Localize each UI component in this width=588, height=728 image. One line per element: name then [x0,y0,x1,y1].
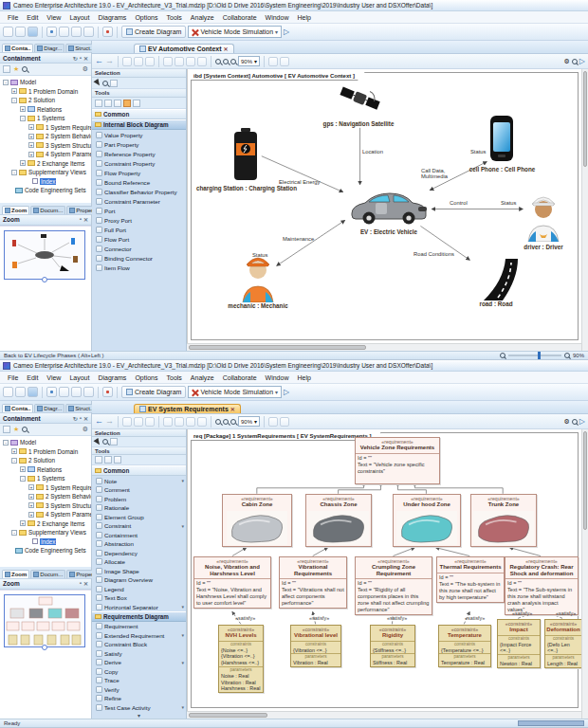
toolbar-icon[interactable] [197,417,207,427]
palette-scroll-down-icon[interactable]: ▾ [92,712,186,719]
tree-item[interactable]: - Model [0,438,91,447]
palette-item[interactable]: Horizontal Separator ▾ [92,602,186,611]
palette-item[interactable]: Full Port [92,225,186,234]
favorites-icon[interactable]: ★ [13,426,19,433]
tree-item[interactable]: + 3 System Structure [0,501,91,511]
search-icon[interactable] [22,66,28,72]
zoom-slider-thumb[interactable] [538,352,541,359]
new-project-icon[interactable] [3,387,13,397]
diagram-canvas-requirements[interactable]: req [Package] 1 SystemRequirements [ EV … [187,429,581,711]
tree-expander-icon[interactable]: - [11,530,17,536]
toolbar-icon[interactable] [175,57,184,66]
copy-icon[interactable] [59,27,69,37]
palette-item[interactable]: Trace [92,676,186,685]
new-project-icon[interactable] [3,27,13,37]
palette-item[interactable]: Derive ▾ [92,658,186,667]
tree-item[interactable]: + 1 System Requirements [0,123,91,133]
palette-item[interactable]: Rationale [92,503,186,513]
palette-item[interactable]: Constraint ▾ [92,521,186,531]
tree-expander-icon[interactable]: + [11,448,17,454]
vertical-scrollbar[interactable] [581,429,588,719]
tree-item[interactable]: + 1 System Requirements [0,483,91,493]
palette-item[interactable]: Diagram Overview [92,575,186,585]
zoom-selection-rect[interactable] [4,594,85,647]
magnifier-tool-icon[interactable] [102,439,108,445]
palette-item[interactable]: Constraint Block [92,640,186,649]
save-icon[interactable] [28,387,38,397]
save-icon[interactable] [28,27,38,37]
zoom-thumbnail-panel[interactable] [0,590,91,719]
menu-item[interactable]: Options [131,13,161,22]
tree-expander-icon[interactable]: + [28,494,34,500]
panel-tab[interactable]: Diagr... [34,44,64,52]
pin-icon[interactable]: ▪ [80,580,82,587]
menu-item[interactable]: Window [262,373,293,382]
zoom-in-icon[interactable] [215,419,221,425]
marquee-tool-icon[interactable] [110,438,118,446]
palette-item[interactable]: Reference Property [92,149,186,158]
menu-item[interactable]: Tools [163,13,186,22]
tree-expander-icon[interactable]: + [20,520,26,526]
menu-item[interactable]: Help [293,13,314,22]
tree-item[interactable]: - Supplementary Views [0,528,91,537]
sticky-tool-icon[interactable] [95,456,102,464]
tree-item[interactable]: + 4 System Parameters [0,150,91,159]
tab-ev-automotive-context[interactable]: EV Automotive Context ✕ [134,44,234,53]
active-tool-icon[interactable] [123,100,131,107]
simulation-combo[interactable]: Vehicle Mode Simulation ▾ [188,386,282,398]
toolbar-icon[interactable] [175,417,184,427]
toolbar-icon[interactable] [163,57,173,66]
tree-expander-icon[interactable]: + [28,142,34,148]
toolbar-icon[interactable] [145,57,155,66]
tree-expander-icon[interactable]: - [11,458,17,464]
refresh-icon[interactable]: ↻ [73,55,78,62]
palette-item[interactable]: Bound Reference [92,177,186,187]
palette-item[interactable]: Copy [92,666,186,676]
toolbar-icon[interactable] [268,57,278,66]
menu-item[interactable]: Diagrams [94,13,130,22]
tree-item[interactable]: - 1 Systems [0,114,91,123]
palette-item[interactable]: Proxy Port [92,215,186,225]
zoom-slider[interactable] [508,355,561,356]
tree-expander-icon[interactable]: + [20,106,26,112]
menu-item[interactable]: Analyze [187,373,218,382]
zoom-fit-icon[interactable] [230,59,236,64]
toolbar-icon[interactable] [145,417,155,427]
palette-item[interactable]: Element Group [92,512,186,521]
menu-item[interactable]: Options [131,373,161,382]
tree-item[interactable]: - 2 Solution [0,456,91,465]
palette-item[interactable]: Value Property [92,130,186,139]
scrollbar-thumb[interactable] [583,431,587,530]
toolbar-icon[interactable] [134,417,143,427]
scrollbar-thumb[interactable] [583,71,587,167]
palette-item[interactable]: Allocate [92,557,186,567]
close-icon[interactable]: ✕ [83,216,88,223]
sticky-tool-icon[interactable] [95,100,102,107]
layout-tool-icon[interactable] [133,100,140,107]
gear-icon[interactable]: ⚙ [564,58,570,65]
gear-icon[interactable]: ⚙ [83,426,88,433]
menu-item[interactable]: Collaborate [219,373,261,382]
forward-icon[interactable]: → [105,417,114,426]
close-tab-icon[interactable]: ✕ [230,406,235,412]
marquee-tool-icon[interactable] [110,80,118,87]
requirement-zone-box[interactable]: «requirement»Chassis Zone [305,494,372,547]
constraint-box[interactable]: «constraint»Vibrational level constraint… [290,625,341,667]
cut-icon[interactable] [46,27,57,37]
palette-section-header[interactable]: Requirements Diagram [92,611,186,622]
palette-item[interactable]: Item Flow [92,263,186,272]
zoom-level-combo[interactable]: 90%▾ [238,416,260,427]
run-simulation-icon[interactable]: ▷ [284,28,289,36]
tree-item[interactable]: + 4 System Parameters [0,510,91,519]
open-project-icon[interactable] [15,27,26,37]
magnifier-tool-icon[interactable] [102,81,108,86]
menu-item[interactable]: Diagrams [94,373,130,382]
redo-icon[interactable] [83,387,94,397]
undo-icon[interactable] [71,27,82,37]
horizontal-scrollbar[interactable] [187,343,581,351]
palette-item[interactable]: Legend [92,584,186,593]
zoom-out-icon[interactable] [223,419,229,425]
pin-icon[interactable]: ▪ [80,415,82,422]
menu-item[interactable]: View [43,13,64,22]
constraint-box[interactable]: «constraint»Temperature constraints {Tem… [438,625,491,667]
